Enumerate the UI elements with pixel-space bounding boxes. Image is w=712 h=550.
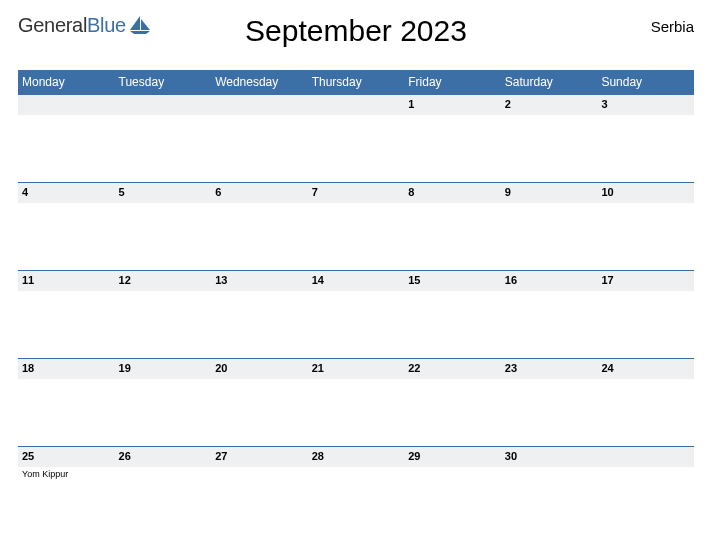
day-event <box>597 291 694 295</box>
day-number: 4 <box>18 182 115 203</box>
day-number: 2 <box>501 94 598 115</box>
day-number: 24 <box>597 358 694 379</box>
day-event <box>404 115 501 119</box>
day-number: 6 <box>211 182 308 203</box>
day-number: 10 <box>597 182 694 203</box>
day-event <box>404 467 501 471</box>
day-number: 9 <box>501 182 598 203</box>
day-event <box>115 203 212 207</box>
calendar-cell: 24 <box>597 358 694 446</box>
calendar-week-row: 11121314151617 <box>18 270 694 358</box>
calendar-cell: 26 <box>115 446 212 534</box>
day-header: Monday <box>18 70 115 94</box>
day-number: 13 <box>211 270 308 291</box>
day-number: 7 <box>308 182 405 203</box>
day-number: . <box>211 94 308 115</box>
day-number: 3 <box>597 94 694 115</box>
calendar-cell: . <box>18 94 115 182</box>
day-number: 18 <box>18 358 115 379</box>
day-header: Tuesday <box>115 70 212 94</box>
day-number: 21 <box>308 358 405 379</box>
day-number: 26 <box>115 446 212 467</box>
day-event <box>18 115 115 119</box>
calendar-cell: 5 <box>115 182 212 270</box>
day-number: 27 <box>211 446 308 467</box>
day-number: 23 <box>501 358 598 379</box>
page-title: September 2023 <box>18 14 694 48</box>
calendar-cell: 21 <box>308 358 405 446</box>
day-number: 17 <box>597 270 694 291</box>
day-number: 5 <box>115 182 212 203</box>
day-number: 20 <box>211 358 308 379</box>
day-number: 22 <box>404 358 501 379</box>
day-header: Thursday <box>308 70 405 94</box>
calendar-cell: . <box>308 94 405 182</box>
day-event <box>597 467 694 471</box>
calendar-cell: 12 <box>115 270 212 358</box>
day-header: Saturday <box>501 70 598 94</box>
calendar-cell: 15 <box>404 270 501 358</box>
day-number: 19 <box>115 358 212 379</box>
day-event <box>597 379 694 383</box>
calendar-cell: 7 <box>308 182 405 270</box>
calendar-cell: 25Yom Kippur <box>18 446 115 534</box>
calendar-cell: 20 <box>211 358 308 446</box>
calendar-week-row: ....123 <box>18 94 694 182</box>
calendar-cell: 1 <box>404 94 501 182</box>
day-event: Yom Kippur <box>18 467 115 481</box>
day-event <box>308 115 405 119</box>
day-event <box>308 467 405 471</box>
day-event <box>501 203 598 207</box>
day-number: 15 <box>404 270 501 291</box>
calendar-cell: 23 <box>501 358 598 446</box>
calendar-cell: 16 <box>501 270 598 358</box>
day-event <box>211 291 308 295</box>
day-event <box>18 291 115 295</box>
day-number: 16 <box>501 270 598 291</box>
calendar-cell: 19 <box>115 358 212 446</box>
day-event <box>211 203 308 207</box>
day-event <box>115 379 212 383</box>
day-number: 8 <box>404 182 501 203</box>
calendar-cell: 6 <box>211 182 308 270</box>
calendar-cell: 17 <box>597 270 694 358</box>
day-number: 25 <box>18 446 115 467</box>
day-event <box>501 467 598 471</box>
day-number: . <box>18 94 115 115</box>
day-number: . <box>115 94 212 115</box>
day-event <box>404 291 501 295</box>
calendar-cell: . <box>597 446 694 534</box>
day-number: 12 <box>115 270 212 291</box>
day-event <box>115 467 212 471</box>
day-header-row: Monday Tuesday Wednesday Thursday Friday… <box>18 70 694 94</box>
calendar-cell: 14 <box>308 270 405 358</box>
country-label: Serbia <box>651 18 694 35</box>
day-event <box>115 115 212 119</box>
day-event <box>308 291 405 295</box>
day-event <box>501 115 598 119</box>
calendar-cell: 4 <box>18 182 115 270</box>
calendar-cell: 8 <box>404 182 501 270</box>
calendar-cell: 30 <box>501 446 598 534</box>
day-event <box>597 115 694 119</box>
calendar-cell: . <box>115 94 212 182</box>
calendar-cell: 29 <box>404 446 501 534</box>
day-number: 30 <box>501 446 598 467</box>
day-number: 1 <box>404 94 501 115</box>
day-event <box>501 291 598 295</box>
header: GeneralBlue September 2023 Serbia <box>18 12 694 64</box>
calendar-cell: 18 <box>18 358 115 446</box>
day-event <box>404 203 501 207</box>
day-event <box>211 115 308 119</box>
day-number: 28 <box>308 446 405 467</box>
calendar-cell: 28 <box>308 446 405 534</box>
day-event <box>211 379 308 383</box>
calendar-week-row: 45678910 <box>18 182 694 270</box>
calendar-cell: 13 <box>211 270 308 358</box>
day-event <box>308 379 405 383</box>
calendar-week-row: 25Yom Kippur2627282930. <box>18 446 694 534</box>
day-number: 29 <box>404 446 501 467</box>
calendar-cell: 2 <box>501 94 598 182</box>
calendar: Monday Tuesday Wednesday Thursday Friday… <box>18 70 694 534</box>
calendar-cell: 11 <box>18 270 115 358</box>
